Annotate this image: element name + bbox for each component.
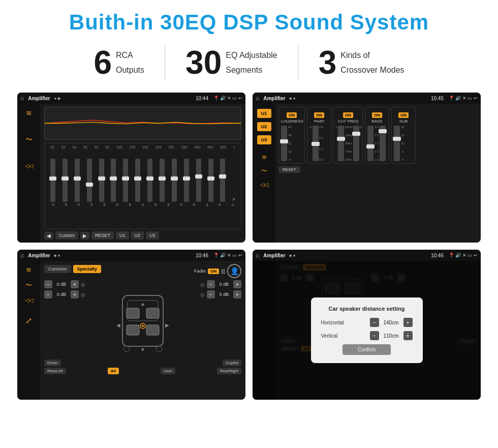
- cutfreq-g-label: G: [360, 126, 362, 161]
- screen2-wave-icon[interactable]: 〜: [261, 167, 267, 175]
- eq-value-320: 0: [188, 203, 200, 206]
- screen2-arrows-icon[interactable]: ◁◁: [260, 182, 268, 188]
- screen3-app-title: Amplifier: [28, 253, 50, 258]
- dialog-vertical-row: Vertical − 110cm +: [321, 331, 413, 340]
- bass-on[interactable]: ON: [372, 112, 382, 118]
- cutfreq-on[interactable]: ON: [343, 112, 353, 118]
- screen1-dots: ● ▶: [54, 96, 61, 101]
- eq-prev-button[interactable]: ◀: [44, 232, 53, 240]
- user-button[interactable]: User: [161, 368, 175, 374]
- fader-person-icon[interactable]: 👤: [227, 264, 241, 278]
- common-tab[interactable]: Common: [44, 265, 71, 273]
- svg-point-15: [123, 346, 130, 352]
- fader-db-2: 0 dB: [54, 292, 69, 297]
- fader-plus-2[interactable]: +: [71, 290, 79, 298]
- fader-minus-1[interactable]: −: [44, 280, 52, 288]
- screen3-arrows-icon[interactable]: ◁◁: [25, 297, 33, 304]
- eq-slider-track-40[interactable]: [75, 159, 80, 202]
- eq-slider-track-160[interactable]: [147, 159, 152, 202]
- eq-slider-track-200[interactable]: [160, 159, 165, 202]
- rearright-button[interactable]: RearRight: [217, 368, 241, 374]
- fader-minus-2[interactable]: −: [44, 290, 52, 298]
- eq-play-button[interactable]: ▶: [80, 232, 89, 240]
- phat-on[interactable]: ON: [314, 112, 324, 118]
- horizontal-minus-button[interactable]: −: [370, 318, 379, 327]
- fader-db-1: 0 dB: [54, 282, 69, 287]
- loudness-on[interactable]: ON: [287, 112, 297, 118]
- screen3-resize-icon[interactable]: ⤢: [25, 316, 32, 325]
- eq-slider-track-32[interactable]: [63, 159, 68, 202]
- eq-speaker-icon[interactable]: ◁◁: [25, 163, 33, 169]
- fader-plus-3[interactable]: +: [233, 280, 241, 288]
- cutfreq-slider1[interactable]: [338, 126, 344, 161]
- eq-custom-button[interactable]: Custom: [55, 231, 78, 240]
- screen2-eq-icon[interactable]: ≋: [262, 154, 267, 161]
- eq-u1-button[interactable]: U1: [116, 231, 129, 240]
- eq-reset-button[interactable]: RESET: [91, 231, 114, 240]
- eq-slider-track-25[interactable]: [50, 159, 55, 202]
- horizontal-plus-button[interactable]: +: [403, 318, 413, 327]
- dialog-horizontal-label: Horizontal: [321, 320, 366, 325]
- eq-slider-track-500[interactable]: [208, 159, 213, 202]
- eq-slider-track-100[interactable]: [123, 159, 128, 202]
- phat-slider[interactable]: [313, 126, 319, 161]
- eq-tune-icon[interactable]: ≋: [26, 109, 32, 117]
- screen3-status-icons: 📍 🔊 ✕ ▭ ↩: [213, 253, 242, 258]
- fader-plus-1[interactable]: +: [71, 280, 79, 288]
- vertical-plus-button[interactable]: +: [403, 331, 413, 340]
- eq-slider-track-400[interactable]: [196, 159, 201, 202]
- dialog-confirm-button[interactable]: Confirm: [343, 344, 391, 355]
- eq-slider-track-125[interactable]: [135, 159, 140, 202]
- eq-slider-track-320[interactable]: [184, 159, 189, 202]
- eq-slider-track-50[interactable]: [87, 159, 92, 202]
- loudness-slider[interactable]: [281, 126, 287, 161]
- eq-slider-track-63[interactable]: [99, 159, 104, 202]
- eq-slider-track-80[interactable]: [111, 159, 116, 202]
- screen2-reset-button[interactable]: RESET: [278, 166, 300, 173]
- driver-button[interactable]: Driver: [44, 360, 61, 366]
- eq-u2-button[interactable]: U2: [131, 231, 144, 240]
- screen2-u3-btn[interactable]: U3: [257, 135, 271, 144]
- eq-slider-col-100: [123, 159, 128, 202]
- eq-bottom-bar: ◀ Custom ▶ RESET U1 U2 U3: [44, 231, 241, 240]
- screen2-u2-btn[interactable]: U2: [257, 122, 271, 131]
- screen4-status-icons: 📍 🔊 ✕ ▭ ↩: [449, 253, 478, 258]
- copilot-button[interactable]: Copilot: [223, 360, 241, 366]
- fader-on-badge[interactable]: ON: [208, 268, 219, 274]
- bass-slider1[interactable]: [367, 126, 374, 161]
- cutfreq-f-label: F: [336, 126, 337, 161]
- screen2-u1-btn[interactable]: U1: [257, 109, 271, 118]
- eq-u3-button[interactable]: U3: [146, 231, 159, 240]
- eq-slider-thumb-40: [74, 176, 81, 181]
- stat-crossover: 3 Kinds of Crossover Modes: [298, 46, 425, 79]
- cutfreq-slider2[interactable]: [353, 126, 359, 161]
- eq-slider-track-630[interactable]: [220, 159, 225, 202]
- eq-slider-col-250: [172, 159, 177, 202]
- fader-plus-4[interactable]: +: [233, 290, 241, 298]
- specialty-tab[interactable]: Specialty: [73, 265, 102, 273]
- eq-wave-icon[interactable]: 〜: [25, 135, 33, 144]
- sub-on[interactable]: ON: [398, 112, 409, 118]
- all-button[interactable]: All: [108, 368, 119, 374]
- speaker-icon-4: ◎: [200, 292, 205, 297]
- cutfreq-label: CUT FREQ: [336, 119, 360, 124]
- screen4-card: ⌂ Amplifier ■ ● 10:46 📍 🔊 ✕ ▭ ↩ Common S…: [253, 250, 481, 400]
- screen4-app-title: Amplifier: [263, 253, 285, 258]
- screen3-wave-icon[interactable]: 〜: [25, 281, 32, 290]
- vertical-minus-button[interactable]: −: [370, 331, 379, 340]
- eq-slider-thumb-200: [159, 176, 166, 181]
- rearleft-button[interactable]: RearLeft: [44, 368, 66, 374]
- screen2-sidebar: U1 U2 U3 ≋ 〜 ◁◁: [253, 104, 275, 243]
- screen3-eq-icon[interactable]: ≋: [26, 266, 32, 274]
- fader-minus-3[interactable]: −: [207, 280, 215, 288]
- eq-more-icon[interactable]: »: [232, 196, 235, 202]
- screen2-app-title: Amplifier: [263, 96, 285, 101]
- eq-slider-track-250[interactable]: [172, 159, 177, 202]
- sub-slider[interactable]: [394, 126, 400, 161]
- screen2-crossover-screen: U1 U2 U3 ≋ 〜 ◁◁ ON LOUDNESS: [253, 104, 481, 243]
- seat-buttons-row: Driver Copilot: [44, 360, 241, 366]
- fader-minus-4[interactable]: −: [207, 290, 215, 298]
- eq-value-400: -1: [200, 203, 213, 206]
- bass-slider2[interactable]: [380, 126, 386, 161]
- eq-sliders-area: 25 32 40 50 63 80 100 125 160 200 250 32…: [44, 143, 241, 229]
